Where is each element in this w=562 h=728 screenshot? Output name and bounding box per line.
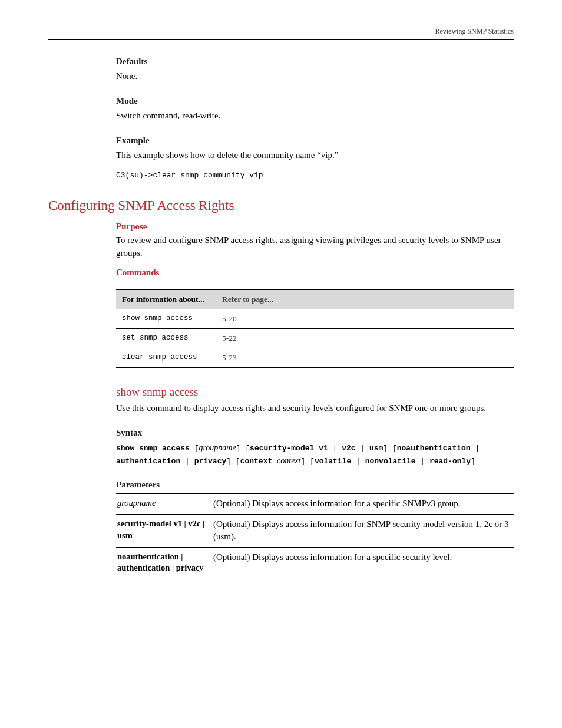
subsection-heading: show snmp access (116, 386, 514, 398)
example-code: C3(su)->clear snmp community vip (116, 170, 514, 182)
parameters-table: groupname (Optional) Displays access inf… (116, 493, 514, 579)
param-name: noauthentication | authentication | priv… (116, 547, 212, 579)
syntax-code: show snmp access [groupname] [security-m… (116, 442, 514, 467)
table-row: clear snmp access 5-23 (116, 348, 514, 368)
example-label: Example (116, 136, 514, 146)
subsection-desc: Use this command to display access right… (116, 402, 514, 415)
table-row: noauthentication | authentication | priv… (116, 547, 514, 579)
cmd-name: clear snmp access (116, 348, 216, 368)
parameters-label: Parameters (116, 480, 514, 490)
content-column: Defaults None. Mode Switch command, read… (116, 57, 514, 579)
purpose-label: Purpose (116, 222, 514, 232)
defaults-text: None. (116, 70, 514, 83)
mode-text: Switch command, read-write. (116, 110, 514, 123)
cmd-page: 5-20 (216, 309, 514, 329)
mode-label: Mode (116, 96, 514, 106)
param-desc: (Optional) Displays access information f… (212, 494, 514, 515)
syntax-label: Syntax (116, 428, 514, 438)
table-row: security-model v1 | v2c | usm (Optional)… (116, 515, 514, 548)
col-head-page: Refer to page... (216, 290, 514, 309)
param-desc: (Optional) Displays access information f… (212, 515, 514, 548)
example-intro: This example shows how to delete the com… (116, 149, 514, 162)
page: Reviewing SNMP Statistics Defaults None.… (0, 0, 562, 615)
param-name: security-model v1 | v2c | usm (116, 515, 212, 548)
param-desc: (Optional) Displays access information f… (212, 547, 514, 579)
defaults-label: Defaults (116, 57, 514, 67)
cmd-name: set snmp access (116, 329, 216, 348)
purpose-text: To review and configure SNMP access righ… (116, 234, 514, 260)
cmd-page: 5-23 (216, 348, 514, 368)
param-name: groupname (116, 494, 212, 515)
section-heading: Configuring SNMP Access Rights (48, 198, 514, 213)
table-row: groupname (Optional) Displays access inf… (116, 494, 514, 515)
commands-label: Commands (116, 268, 514, 278)
running-head: Reviewing SNMP Statistics (48, 27, 514, 36)
cmd-name: show snmp access (116, 309, 216, 329)
table-row: show snmp access 5-20 (116, 309, 514, 329)
table-row: set snmp access 5-22 (116, 329, 514, 348)
commands-table: For information about... Refer to page..… (116, 289, 514, 368)
top-rule (48, 39, 514, 40)
table-head-row: For information about... Refer to page..… (116, 290, 514, 309)
col-head-info: For information about... (116, 290, 216, 309)
cmd-page: 5-22 (216, 329, 514, 348)
